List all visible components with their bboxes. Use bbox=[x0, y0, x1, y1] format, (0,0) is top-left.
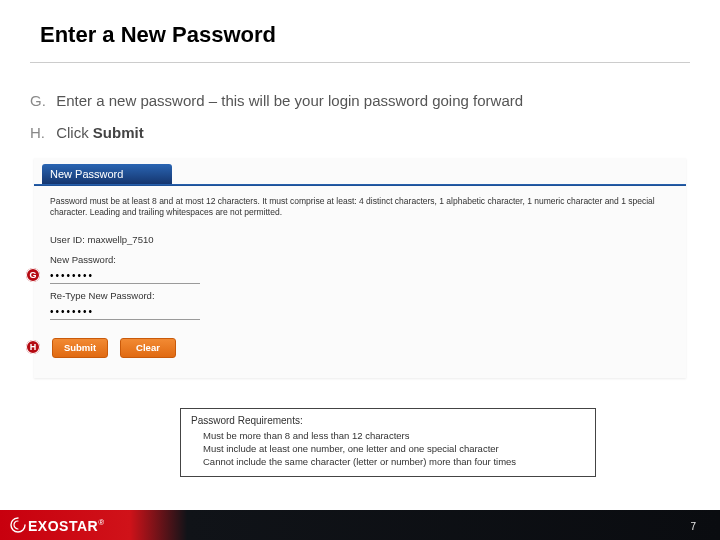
retype-password-label: Re-Type New Password: bbox=[50, 290, 155, 301]
requirement-line-1: Must be more than 8 and less than 12 cha… bbox=[203, 430, 585, 443]
requirement-line-2: Must include at least one number, one le… bbox=[203, 443, 585, 456]
requirement-line-3: Cannot include the same character (lette… bbox=[203, 456, 585, 469]
step-g: G. Enter a new password – this will be y… bbox=[30, 92, 680, 109]
user-id-value: maxwellp_7510 bbox=[87, 234, 153, 245]
requirements-box: Password Requirements: Must be more than… bbox=[180, 408, 596, 477]
page-title: Enter a New Password bbox=[40, 22, 276, 48]
brand-logo: EXOSTAR® bbox=[28, 518, 105, 534]
tab-bar bbox=[34, 184, 686, 186]
new-password-input[interactable]: •••••••• bbox=[50, 270, 200, 284]
submit-button[interactable]: Submit bbox=[52, 338, 108, 358]
step-g-text: Enter a new password – this will be your… bbox=[56, 92, 523, 109]
callout-h-badge: H bbox=[26, 340, 40, 354]
user-id-row: User ID: maxwellp_7510 bbox=[50, 234, 154, 245]
step-h-letter: H. bbox=[30, 124, 52, 141]
step-h-prefix: Click bbox=[56, 124, 93, 141]
callout-g-badge: G bbox=[26, 268, 40, 282]
step-h: H. Click Submit bbox=[30, 124, 680, 141]
new-password-label: New Password: bbox=[50, 254, 116, 265]
step-g-letter: G. bbox=[30, 92, 52, 109]
registered-mark: ® bbox=[98, 518, 104, 527]
logo-icon bbox=[10, 517, 26, 533]
title-underline bbox=[30, 62, 690, 63]
slide: Enter a New Password G. Enter a new pass… bbox=[0, 0, 720, 540]
requirements-title: Password Requirements: bbox=[191, 415, 585, 426]
footer-bar: EXOSTAR® 7 bbox=[0, 510, 720, 540]
password-rule-text: Password must be at least 8 and at most … bbox=[50, 196, 670, 219]
retype-password-input[interactable]: •••••••• bbox=[50, 306, 200, 320]
step-h-bold: Submit bbox=[93, 124, 144, 141]
form-screenshot: New Password Password must be at least 8… bbox=[34, 158, 686, 378]
tab-new-password: New Password bbox=[42, 164, 172, 184]
brand-name: EXOSTAR bbox=[28, 518, 98, 534]
clear-button[interactable]: Clear bbox=[120, 338, 176, 358]
user-id-label: User ID: bbox=[50, 234, 85, 245]
page-number: 7 bbox=[690, 521, 696, 532]
